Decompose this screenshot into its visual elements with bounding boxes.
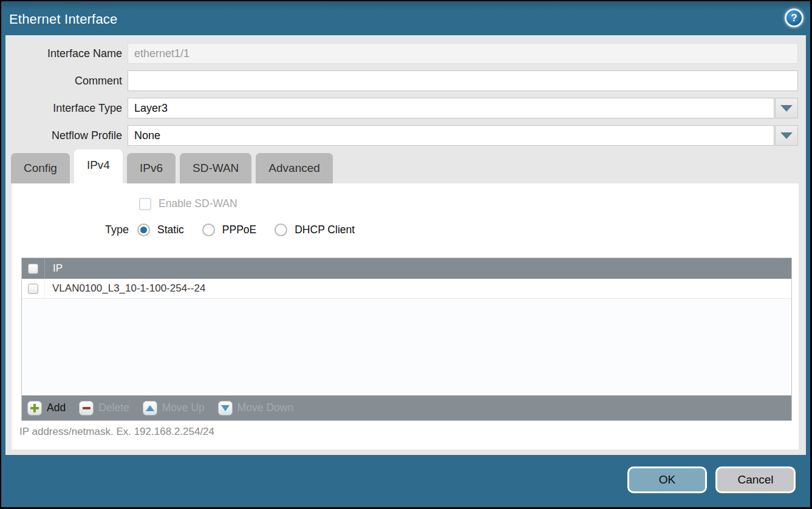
radio-pppoe[interactable] bbox=[202, 224, 215, 236]
radio-static-selected[interactable] bbox=[137, 224, 150, 236]
move-up-label: Move Up bbox=[162, 401, 205, 414]
type-radio-group: Static PPPoE DHCP Client bbox=[137, 224, 355, 236]
interface-name-field bbox=[128, 43, 798, 64]
ethernet-interface-dialog: Ethernet Interface ? Interface Name Comm… bbox=[1, 1, 810, 507]
delete-button[interactable]: Delete bbox=[79, 401, 129, 415]
tab-advanced[interactable]: Advanced bbox=[256, 153, 333, 183]
tab-ipv4[interactable]: IPv4 bbox=[74, 149, 123, 183]
chevron-down-icon bbox=[780, 132, 793, 139]
radio-pppoe-label: PPPoE bbox=[222, 224, 256, 236]
chevron-down-icon bbox=[780, 105, 793, 112]
ip-row-value[interactable]: VLAN0100_L3_10-1-100-254--24 bbox=[45, 282, 205, 295]
ipv4-tab-panel: Enable SD-WAN Type Static PPPoE DHCP C bbox=[12, 183, 799, 449]
header-checkbox-cell bbox=[22, 258, 45, 279]
radio-dhcp-client[interactable] bbox=[275, 224, 287, 236]
enable-sdwan-row: Enable SD-WAN bbox=[139, 197, 237, 210]
radio-dhcp-client-label: DHCP Client bbox=[295, 224, 355, 236]
table-toolbar: Add Delete Move Up Move Down bbox=[22, 395, 791, 420]
type-label: Type bbox=[12, 224, 129, 236]
interface-type-label: Interface Type bbox=[5, 98, 122, 118]
delete-label: Delete bbox=[98, 401, 129, 414]
form-row-interface-type: Interface Type bbox=[5, 98, 806, 118]
netflow-profile-dropdown-button[interactable] bbox=[775, 125, 798, 146]
row-checkbox[interactable] bbox=[28, 284, 38, 294]
move-down-label: Move Down bbox=[237, 401, 293, 414]
enable-sdwan-label: Enable SD-WAN bbox=[159, 197, 237, 210]
tab-config[interactable]: Config bbox=[11, 153, 70, 183]
ip-table-header: IP bbox=[22, 258, 791, 279]
add-icon bbox=[27, 401, 42, 415]
dialog-title: Ethernet Interface bbox=[9, 12, 117, 27]
radio-option-pppoe[interactable]: PPPoE bbox=[202, 224, 256, 236]
add-label: Add bbox=[47, 401, 66, 414]
table-row[interactable]: VLAN0100_L3_10-1-100-254--24 bbox=[22, 279, 791, 299]
form-row-comment: Comment bbox=[5, 70, 806, 91]
interface-type-dropdown-button[interactable] bbox=[775, 98, 798, 118]
move-up-icon bbox=[143, 401, 157, 415]
tab-bar: Config IPv4 IPv6 SD-WAN Advanced bbox=[11, 153, 333, 183]
table-empty-area bbox=[22, 299, 791, 395]
ok-button[interactable]: OK bbox=[627, 466, 707, 493]
radio-static-label: Static bbox=[157, 224, 184, 236]
comment-label: Comment bbox=[5, 70, 122, 91]
help-glyph: ? bbox=[791, 12, 797, 24]
interface-type-field[interactable] bbox=[128, 98, 774, 118]
radio-option-static[interactable]: Static bbox=[137, 224, 184, 236]
comment-field[interactable] bbox=[128, 70, 798, 91]
move-up-button[interactable]: Move Up bbox=[143, 401, 205, 415]
ip-format-hint: IP address/netmask. Ex. 192.168.2.254/24 bbox=[19, 426, 214, 438]
form-row-interface-name: Interface Name bbox=[5, 43, 806, 64]
dialog-titlebar: Ethernet Interface ? bbox=[1, 1, 810, 35]
radio-option-dhcp-client[interactable]: DHCP Client bbox=[275, 224, 355, 236]
help-icon[interactable]: ? bbox=[785, 9, 803, 27]
move-down-button[interactable]: Move Down bbox=[218, 401, 293, 415]
form-row-netflow-profile: Netflow Profile bbox=[5, 125, 806, 146]
netflow-profile-field[interactable] bbox=[128, 125, 774, 146]
select-all-checkbox[interactable] bbox=[28, 264, 38, 274]
interface-name-label: Interface Name bbox=[5, 43, 122, 64]
netflow-profile-label: Netflow Profile bbox=[5, 125, 122, 146]
tab-ipv6[interactable]: IPv6 bbox=[127, 153, 176, 183]
row-checkbox-cell bbox=[22, 279, 45, 298]
type-row: Type Static PPPoE DHCP Client bbox=[12, 224, 786, 236]
tab-sdwan[interactable]: SD-WAN bbox=[180, 153, 251, 183]
cancel-button[interactable]: Cancel bbox=[715, 466, 796, 493]
dialog-body: Interface Name Comment Interface Type Ne… bbox=[5, 35, 806, 455]
ip-column-header[interactable]: IP bbox=[45, 262, 63, 275]
move-down-icon bbox=[218, 401, 233, 415]
delete-icon bbox=[79, 401, 94, 415]
ip-table: IP VLAN0100_L3_10-1-100-254--24 Add bbox=[21, 258, 792, 421]
enable-sdwan-checkbox[interactable] bbox=[139, 198, 151, 210]
add-button[interactable]: Add bbox=[27, 401, 66, 415]
